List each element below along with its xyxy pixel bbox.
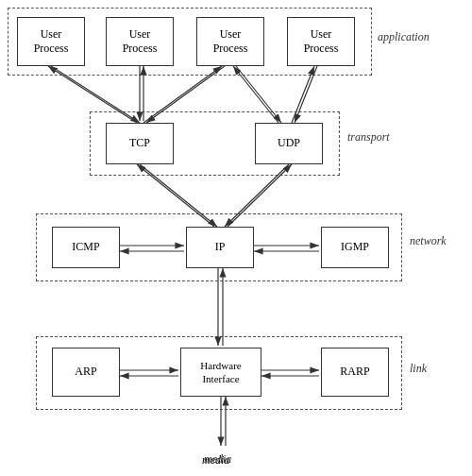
link-label: link	[410, 362, 427, 376]
rarp-box: RARP	[321, 348, 389, 397]
transport-label: transport	[347, 130, 390, 144]
network-stack-diagram: application UserProcess UserProcess User…	[0, 0, 472, 476]
arp-box: ARP	[52, 348, 120, 397]
tcp-box: TCP	[106, 123, 174, 164]
media-label: media	[202, 453, 229, 468]
udp-box: UDP	[255, 123, 323, 164]
icmp-box: ICMP	[52, 227, 120, 268]
user-process-3	[196, 17, 264, 66]
user-process-4	[287, 17, 355, 66]
network-label: network	[410, 234, 447, 248]
user-process-2	[106, 17, 174, 66]
hardware-interface-box: HardwareInterface	[180, 348, 261, 397]
application-label: application	[378, 30, 430, 44]
ip-box: IP	[186, 227, 254, 268]
user-process-1	[17, 17, 85, 66]
igmp-box: IGMP	[321, 227, 389, 268]
